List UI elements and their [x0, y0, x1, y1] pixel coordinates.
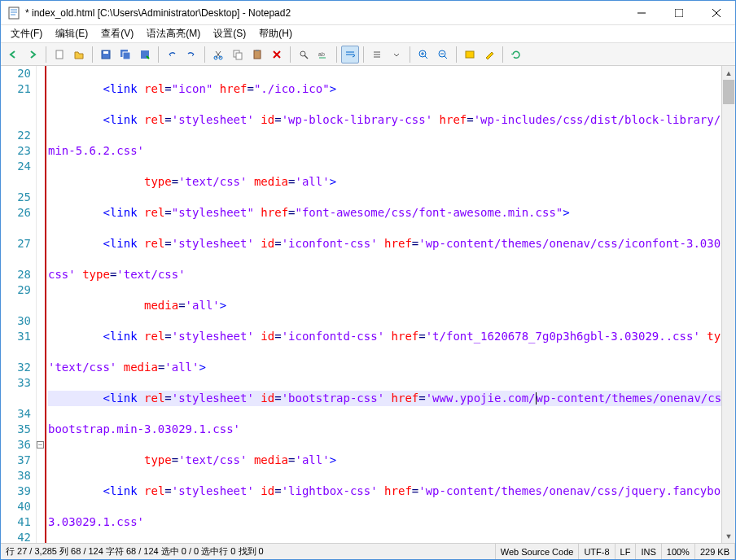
- svg-rect-12: [123, 52, 130, 59]
- svg-rect-0: [9, 7, 19, 19]
- line-number-gutter: 2021 222324 2526 27 2829 3031 3233 34353…: [1, 66, 37, 543]
- open-button[interactable]: [70, 46, 88, 63]
- saveas-button[interactable]: [136, 46, 154, 63]
- scroll-up-arrow[interactable]: ▴: [722, 66, 735, 80]
- list-button[interactable]: [368, 46, 386, 63]
- menu-file[interactable]: 文件(F): [4, 25, 49, 42]
- titlebar: * index_old.html [C:\Users\Administrator…: [1, 1, 735, 25]
- status-insert[interactable]: INS: [636, 544, 661, 559]
- editor: 2021 222324 2526 27 2829 3031 3233 34353…: [1, 66, 735, 543]
- svg-rect-5: [675, 9, 683, 17]
- zoomout-button[interactable]: [434, 46, 452, 63]
- saveall-button[interactable]: [116, 46, 134, 63]
- next-button[interactable]: [24, 46, 42, 63]
- status-position: 行 27 / 3,285 列 68 / 124 字符 68 / 124 选中 0…: [1, 544, 496, 559]
- zoomin-button[interactable]: [414, 46, 432, 63]
- svg-rect-35: [466, 51, 474, 58]
- window-title: * index_old.html [C:\Users\Administrator…: [25, 7, 623, 19]
- dropdown-button[interactable]: [388, 46, 405, 63]
- minimize-button[interactable]: [623, 1, 660, 25]
- menu-help[interactable]: 帮助(H): [252, 25, 299, 42]
- status-eol[interactable]: LF: [616, 544, 637, 559]
- prev-button[interactable]: [4, 46, 22, 63]
- menu-syntax[interactable]: 语法高亮(M): [140, 25, 207, 42]
- menu-edit[interactable]: 编辑(E): [49, 25, 94, 42]
- app-window: * index_old.html [C:\Users\Administrator…: [0, 0, 736, 560]
- toolbar: ab: [1, 43, 735, 66]
- delete-button[interactable]: [268, 46, 286, 63]
- menu-settings[interactable]: 设置(S): [207, 25, 252, 42]
- undo-button[interactable]: [163, 46, 181, 63]
- find-button[interactable]: [295, 46, 313, 63]
- scroll-thumb[interactable]: [723, 80, 734, 104]
- svg-line-34: [445, 56, 447, 59]
- fold-gutter: −: [37, 66, 45, 543]
- status-zoom[interactable]: 100%: [662, 544, 695, 559]
- svg-line-21: [304, 55, 308, 59]
- statusbar: 行 27 / 3,285 列 68 / 124 字符 68 / 124 选中 0…: [1, 543, 735, 559]
- svg-rect-8: [56, 50, 63, 59]
- status-filesize: 229 KB: [695, 544, 735, 559]
- cut-button[interactable]: [209, 46, 227, 63]
- maximize-button[interactable]: [660, 1, 698, 25]
- svg-line-31: [425, 56, 427, 59]
- close-button[interactable]: [698, 1, 735, 25]
- svg-rect-17: [236, 53, 242, 59]
- scroll-down-arrow[interactable]: ▾: [722, 529, 735, 543]
- wordwrap-button[interactable]: [341, 46, 359, 63]
- menu-view[interactable]: 查看(V): [94, 25, 140, 42]
- status-language[interactable]: Web Source Code: [496, 544, 580, 559]
- fold-toggle[interactable]: −: [37, 441, 44, 448]
- replace-button[interactable]: ab: [314, 46, 332, 63]
- redo-button[interactable]: [182, 46, 200, 63]
- new-button[interactable]: [50, 46, 68, 63]
- svg-rect-10: [103, 51, 108, 54]
- status-encoding[interactable]: UTF-8: [579, 544, 615, 559]
- svg-rect-18: [254, 50, 261, 59]
- vertical-scrollbar[interactable]: ▴ ▾: [721, 66, 735, 543]
- refresh-button[interactable]: [507, 46, 525, 63]
- svg-text:ab: ab: [318, 51, 325, 57]
- edit-button[interactable]: [480, 46, 498, 63]
- theme-button[interactable]: [461, 46, 479, 63]
- menubar: 文件(F) 编辑(E) 查看(V) 语法高亮(M) 设置(S) 帮助(H): [1, 25, 735, 43]
- svg-rect-19: [256, 50, 259, 51]
- app-icon: [7, 7, 20, 20]
- code-area[interactable]: <link rel="icon" href="./ico.ico"> <link…: [46, 66, 721, 543]
- copy-button[interactable]: [229, 46, 247, 63]
- save-button[interactable]: [97, 46, 115, 63]
- paste-button[interactable]: [248, 46, 266, 63]
